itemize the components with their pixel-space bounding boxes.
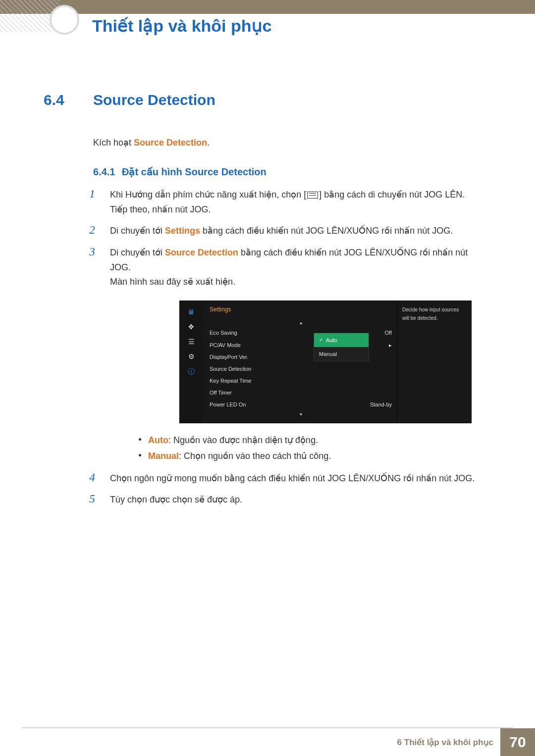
osd-row: Source Detection <box>210 363 392 375</box>
osd-sidebar: 🖥 ✥ ☰ ⚙ ⓘ <box>180 301 203 423</box>
popup-option-label: Manual <box>319 350 337 358</box>
chapter-title: Thiết lập và khôi phục <box>92 16 271 36</box>
gear-icon: ⚙ <box>185 351 197 362</box>
osd-popup: Auto Manual <box>314 333 369 361</box>
list-icon: ☰ <box>185 336 197 348</box>
osd-row: Power LED OnStand-by <box>210 399 392 410</box>
osd-row: Off Timer <box>210 387 392 399</box>
step-2: 2 Di chuyển tới Settings bằng cách điều … <box>89 224 489 239</box>
step4-text: Chọn ngôn ngữ mong muốn bằng cách điều k… <box>110 473 475 483</box>
step2-text-c: bằng cách điều khiển nút JOG LÊN/XUỐNG r… <box>200 226 453 236</box>
content-area: 6.4 Source Detection Kích hoạt Source De… <box>44 92 489 507</box>
subsection-title: Đặt cấu hình Source Detection <box>122 166 267 178</box>
step-3: 3 Di chuyển tới Source Detection bằng cá… <box>89 246 489 464</box>
scroll-up-icon: ▴ <box>210 319 392 327</box>
step-number: 4 <box>89 471 101 486</box>
osd-row-label: Power LED On <box>210 400 246 409</box>
osd-screenshot: 🖥 ✥ ☰ ⚙ ⓘ Settings ▴ Eco SavingOff PC/AV… <box>179 301 489 423</box>
osd-row-value: Off <box>385 328 392 337</box>
section-intro: Kích hoạt Source Detection. <box>93 137 489 148</box>
header-bar <box>0 0 535 14</box>
popup-option-label: Auto <box>326 336 337 345</box>
step1-text-c: Tiếp theo, nhấn nút JOG. <box>110 204 211 214</box>
info-icon: ⓘ <box>185 365 197 377</box>
bullet-text: : Chọn nguồn vào theo cách thủ công. <box>179 451 331 461</box>
osd-row: Key Repeat Time <box>210 375 392 387</box>
step-number: 3 <box>89 246 101 464</box>
bullet-auto: Auto: Nguồn vào được nhận diện tự động. <box>139 432 489 448</box>
intro-prefix: Kích hoạt <box>93 138 134 148</box>
bullet-text: : Nguồn vào được nhận diện tự động. <box>168 435 318 445</box>
osd-row-label: Source Detection <box>210 364 251 373</box>
subsection-heading: 6.4.1 Đặt cấu hình Source Detection <box>93 166 489 178</box>
osd-help-text: Decide how input sources will be detecte… <box>397 301 471 423</box>
osd-row-value: Stand-by <box>370 400 392 409</box>
footer-text: 6 Thiết lập và khôi phục <box>397 728 500 756</box>
step2-text-a: Di chuyển tới <box>110 226 165 236</box>
step3-text-a: Di chuyển tới <box>110 248 165 257</box>
steps-list: 1 Khi Hướng dẫn phím chức năng xuất hiện… <box>89 188 489 507</box>
page-number: 70 <box>500 728 535 756</box>
step3-strong: Source Detection <box>165 248 238 257</box>
bullet-label: Manual <box>148 451 179 461</box>
section-number: 6.4 <box>44 92 93 108</box>
section-title: Source Detection <box>93 92 215 108</box>
footer: 6 Thiết lập và khôi phục 70 <box>0 728 535 756</box>
osd-main: Settings ▴ Eco SavingOff PC/AV Mode▸ Dis… <box>203 301 397 423</box>
monitor-icon: 🖥 <box>185 306 197 318</box>
osd-row-label: DisplayPort Ver. <box>210 353 248 361</box>
move-icon: ✥ <box>185 321 197 333</box>
menu-icon <box>307 192 318 199</box>
step-number: 1 <box>89 188 101 217</box>
intro-suffix: . <box>207 138 210 148</box>
step3-text-d: Màn hình sau đây sẽ xuất hiện. <box>110 277 235 287</box>
osd-row-label: PC/AV Mode <box>210 341 241 350</box>
step1-text-a: Khi Hướng dẫn phím chức năng xuất hiện, … <box>110 190 306 200</box>
bullet-manual: Manual: Chọn nguồn vào theo cách thủ côn… <box>139 448 489 464</box>
step1-text-b: ] bằng cách di chuyển nút JOG LÊN. <box>319 190 465 200</box>
chapter-circle <box>50 5 79 35</box>
osd-row-label: Key Repeat Time <box>210 376 251 385</box>
popup-option-auto: Auto <box>314 333 369 347</box>
step-1: 1 Khi Hướng dẫn phím chức năng xuất hiện… <box>89 188 489 217</box>
subsection-number: 6.4.1 <box>93 166 122 178</box>
step-number: 5 <box>89 493 101 507</box>
osd-row-label: Off Timer <box>210 388 232 397</box>
step-number: 2 <box>89 224 101 239</box>
osd-title: Settings <box>210 305 392 315</box>
section-heading: 6.4 Source Detection <box>44 92 489 108</box>
intro-strong: Source Detection <box>134 138 207 148</box>
bullet-label: Auto <box>148 435 168 445</box>
osd-row-label: Eco Saving <box>210 328 237 337</box>
step2-strong: Settings <box>165 226 200 236</box>
scroll-down-icon: ▾ <box>210 410 392 419</box>
step5-text: Tùy chọn được chọn sẽ được áp. <box>110 495 242 504</box>
osd-row-value: ▸ <box>389 341 392 350</box>
step-4: 4 Chọn ngôn ngữ mong muốn bằng cách điều… <box>89 471 489 486</box>
popup-option-manual: Manual <box>314 347 369 361</box>
step-5: 5 Tùy chọn được chọn sẽ được áp. <box>89 493 489 507</box>
options-bullets: Auto: Nguồn vào được nhận diện tự động. … <box>139 432 489 464</box>
